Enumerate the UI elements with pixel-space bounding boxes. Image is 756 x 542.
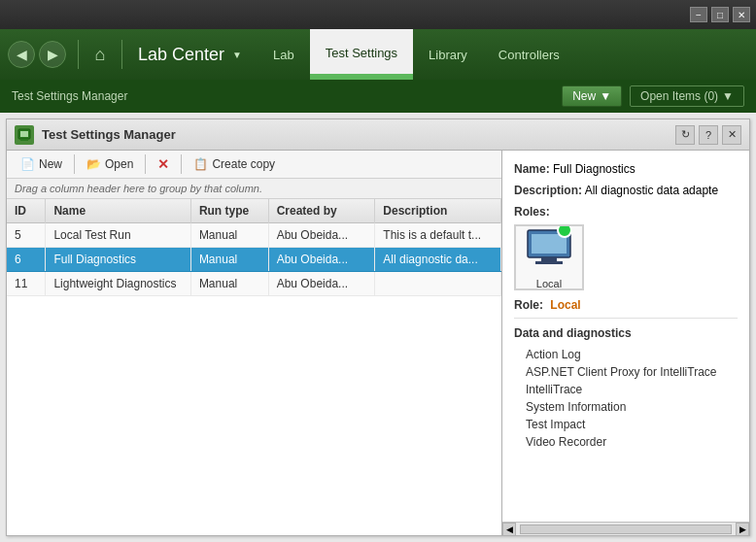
inner-content: 📄 New 📂 Open ✕ 📋 Create co [7,151,749,535]
detail-scroll[interactable]: Name: Full Diagnostics Description: All … [502,151,749,522]
back-button[interactable]: ◀ [8,41,35,68]
col-header-createdby[interactable]: Created by [268,199,375,223]
app-dropdown-arrow[interactable]: ▼ [232,50,242,60]
col-header-id[interactable]: ID [7,199,46,223]
toolbar-right: New ▼ Open Items (0) ▼ [562,85,744,107]
open-items-arrow-icon: ▼ [722,89,734,103]
svg-rect-6 [541,257,557,261]
cell-createdby: Abu Obeida... [268,272,375,296]
data-diagnostics-label: Data and diagnostics [514,326,738,340]
scrollbar-track[interactable] [520,525,732,534]
diagnostic-items-list: Action Log ASP.NET Client Proxy for Inte… [514,346,738,451]
inner-window: Test Settings Manager ↻ ? ✕ 📄 New [6,119,750,536]
open-items-button[interactable]: Open Items (0) ▼ [630,85,744,107]
cell-runtype: Manual [190,272,268,296]
new-button[interactable]: New ▼ [562,85,622,107]
action-sep-2 [145,154,146,174]
detail-description-label: Description: [514,184,582,197]
diagnostic-item: Video Recorder [514,433,738,451]
action-open-button[interactable]: 📂 Open [81,155,139,173]
action-delete-icon: ✕ [157,156,169,172]
action-copy-icon: 📋 [193,157,208,171]
scroll-right-button[interactable]: ▶ [736,523,749,536]
scroll-left-button[interactable]: ◀ [502,523,516,536]
cell-name: Lightweight Diagnostics [46,272,190,296]
menu-item-library[interactable]: Library [413,29,483,80]
col-header-name[interactable]: Name [46,199,190,223]
toolbar-strip: Test Settings Manager New ▼ Open Items (… [0,80,756,113]
inner-title-left: Test Settings Manager [15,125,176,145]
title-bar: − □ ✕ [0,0,756,29]
svg-rect-7 [535,261,563,264]
group-hint: Drag a column header here to group by th… [7,179,501,199]
cell-id: 5 [7,223,46,248]
diagnostic-item: System Information [514,398,738,416]
close-button[interactable]: ✕ [733,7,750,22]
data-table[interactable]: ID Name Run type Created by Description … [7,199,501,535]
cell-description [375,272,501,296]
cell-createdby: Abu Obeida... [268,248,375,272]
table-row[interactable]: 6 Full Diagnostics Manual Abu Obeida... … [7,248,501,272]
action-toolbar: 📄 New 📂 Open ✕ 📋 Create co [7,151,501,179]
diagnostic-item: Action Log [514,346,738,363]
action-copy-button[interactable]: 📋 Create copy [188,155,281,173]
detail-description-value: All diagnostic data adapte [585,184,718,197]
cell-createdby: Abu Obeida... [268,223,375,248]
menu-bar: ◀ ▶ ⌂ Lab Center ▼ Lab Test Settings Lib… [0,29,756,80]
role-icon-label: Local [536,278,562,289]
action-new-icon: 📄 [20,157,35,171]
home-button[interactable]: ⌂ [86,41,114,68]
menu-item-test-settings[interactable]: Test Settings [310,29,413,80]
action-open-label: Open [105,157,133,171]
action-sep-1 [74,154,75,174]
detail-name-field: Name: Full Diagnostics [514,162,738,176]
inner-title-bar: Test Settings Manager ↻ ? ✕ [7,119,749,151]
role-field-value: Local [550,298,580,312]
nav-separator [78,40,79,69]
minimize-button[interactable]: − [690,7,707,22]
detail-name-text: Full Diagnostics [553,162,636,176]
action-sep-3 [181,154,182,174]
action-open-icon: 📂 [86,157,101,171]
inner-title-right: ↻ ? ✕ [675,125,741,145]
action-copy-label: Create copy [212,157,275,171]
inner-window-icon [15,125,34,145]
inner-refresh-button[interactable]: ↻ [675,125,695,145]
table-row[interactable]: 5 Local Test Run Manual Abu Obeida... Th… [7,223,501,248]
new-arrow-icon: ▼ [600,89,611,103]
cell-description: All diagnostic da... [375,248,501,272]
menu-item-lab[interactable]: Lab [258,29,310,80]
action-delete-button[interactable]: ✕ [152,154,175,174]
app-title: Lab Center [138,45,224,65]
forward-button[interactable]: ▶ [39,41,66,68]
diagnostic-item: Test Impact [514,416,738,433]
col-header-description[interactable]: Description [375,199,501,223]
table-row[interactable]: 11 Lightweight Diagnostics Manual Abu Ob… [7,272,501,296]
right-panel: Name: Full Diagnostics Description: All … [502,151,749,535]
diagnostic-item: ASP.NET Client Proxy for IntelliTrace [514,363,738,381]
detail-description-field: Description: All diagnostic data adapte [514,184,738,197]
role-field-label: Role: [514,298,543,312]
cell-runtype: Manual [190,223,268,248]
bottom-scrollbar[interactable]: ◀ ▶ [502,522,749,535]
detail-name-label: Name: [514,162,550,176]
action-new-button[interactable]: 📄 New [15,155,68,173]
new-button-label: New [572,89,596,103]
open-items-label: Open Items (0) [640,89,718,103]
svg-rect-2 [21,139,27,140]
svg-rect-1 [20,131,28,137]
diagnostic-item: IntelliTrace [514,381,738,398]
inner-close-button[interactable]: ✕ [722,125,741,145]
cell-id: 11 [7,272,46,296]
maximize-button[interactable]: □ [711,7,729,22]
menu-item-controllers[interactable]: Controllers [483,29,575,80]
role-computer-icon [524,226,574,267]
table-header: ID Name Run type Created by Description [7,199,501,223]
inner-window-title: Test Settings Manager [42,127,176,142]
role-icon-box[interactable]: Local [514,224,584,290]
inner-help-button[interactable]: ? [699,125,718,145]
cell-runtype: Manual [190,248,268,272]
col-header-runtype[interactable]: Run type [190,199,268,223]
cell-description: This is a default t... [375,223,501,248]
svg-point-8 [558,226,571,237]
